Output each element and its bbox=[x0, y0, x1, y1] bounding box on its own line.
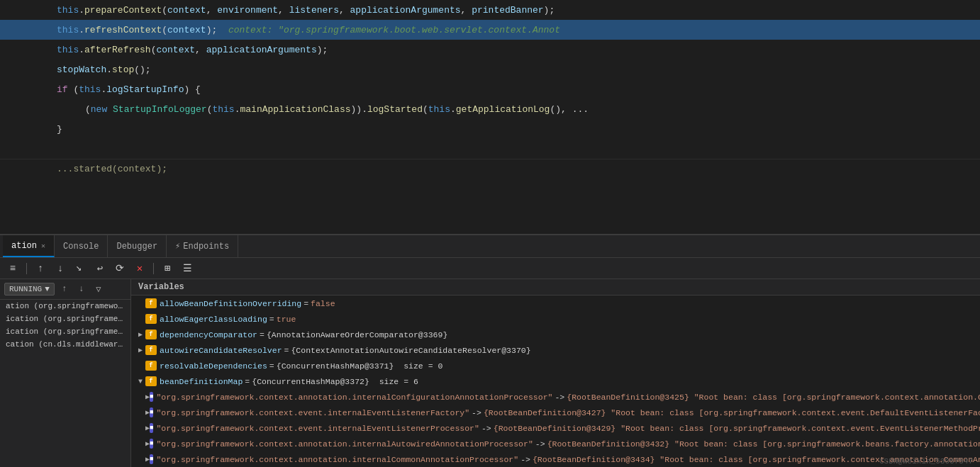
expand-arrow-4 bbox=[135, 362, 145, 370]
code-content-1: this.prepareContext(context, environment… bbox=[43, 5, 980, 16]
var-name-6: "org.springframework.context.annotation.… bbox=[156, 393, 552, 402]
code-line-3: this.afterRefresh(context, applicationAr… bbox=[0, 40, 980, 60]
tab-endpoints-label: ⚡ bbox=[175, 241, 180, 252]
step-out-btn[interactable]: ↗ bbox=[72, 260, 88, 277]
tab-ation-close[interactable]: ✕ bbox=[41, 242, 45, 250]
code-content-9: ...started(context); bbox=[43, 164, 980, 174]
var-name-9: "org.springframework.context.annotation.… bbox=[156, 439, 533, 449]
code-content-6: (new StartupInfoLogger(this.mainApplicat… bbox=[43, 104, 980, 115]
var-row-2[interactable]: ▶ f dependencyComparator = {AnnotationAw… bbox=[131, 327, 980, 342]
debugger-body: RUNNING ▼ ↑ ↓ ▽ ation (org.springframewo… bbox=[0, 279, 980, 467]
var-name-10: "org.springframework.context.annotation.… bbox=[156, 455, 518, 464]
field-icon-4: f bbox=[145, 361, 157, 371]
var-eq-5: = bbox=[245, 377, 250, 386]
entry-icon-6: ■ bbox=[150, 392, 153, 402]
var-row-1[interactable]: f allowEagerClassLoading = true bbox=[131, 311, 980, 327]
var-row-4[interactable]: f resolvableDependencies = {ConcurrentHa… bbox=[131, 358, 980, 373]
var-row-8[interactable]: ▶ ■ "org.springframework.context.event.i… bbox=[131, 420, 980, 436]
var-name-5: beanDefinitionMap bbox=[160, 377, 243, 386]
field-icon-5: f bbox=[145, 376, 157, 386]
code-line-7: } bbox=[0, 119, 980, 139]
var-row-0[interactable]: f allowBeanDefinitionOverriding = false bbox=[131, 296, 980, 311]
var-eq-3: = bbox=[284, 346, 289, 355]
var-row-3[interactable]: ▶ f autowireCandidateResolver = {Context… bbox=[131, 342, 980, 358]
entry-icon-7: ■ bbox=[150, 407, 153, 417]
var-row-9[interactable]: ▶ ■ "org.springframework.context.annotat… bbox=[131, 436, 980, 451]
code-line-1: this.prepareContext(context, environment… bbox=[0, 0, 980, 20]
thread-up-btn[interactable]: ↑ bbox=[57, 282, 72, 296]
var-name-7: "org.springframework.context.event.inter… bbox=[156, 408, 469, 417]
var-name-4: resolvableDependencies bbox=[160, 361, 267, 371]
thread-item-3[interactable]: cation (cn.dls.middleware.whit bbox=[0, 338, 130, 351]
frames-btn[interactable]: ≡ bbox=[4, 261, 21, 276]
variables-header: Variables bbox=[131, 279, 980, 296]
thread-down-btn[interactable]: ↓ bbox=[74, 282, 89, 296]
var-eq-10: -> bbox=[520, 455, 530, 464]
code-line-9: ...started(context); bbox=[0, 159, 980, 179]
field-icon-3: f bbox=[145, 345, 157, 355]
code-line-8 bbox=[0, 139, 980, 159]
var-val-6: {RootBeanDefinition@3425} "Root bean: cl… bbox=[567, 393, 980, 402]
dropdown-arrow: ▼ bbox=[45, 285, 50, 293]
thread-item-1[interactable]: ication (org.springframework.b bbox=[0, 313, 130, 325]
thread-filter-btn[interactable]: ▽ bbox=[91, 282, 106, 296]
toolbar-sep-1 bbox=[26, 263, 27, 274]
entry-icon-9: ■ bbox=[150, 439, 153, 449]
stop-btn[interactable]: ✕ bbox=[131, 261, 148, 276]
var-val-1: true bbox=[277, 315, 296, 324]
var-row-5[interactable]: ▼ f beanDefinitionMap = {ConcurrentHashM… bbox=[131, 373, 980, 389]
step-down-btn[interactable]: ↓ bbox=[52, 261, 69, 276]
field-icon-1: f bbox=[145, 314, 157, 324]
var-row-7[interactable]: ▶ ■ "org.springframework.context.event.i… bbox=[131, 405, 980, 420]
code-line-2: this.refreshContext(context); context: "… bbox=[0, 20, 980, 40]
var-eq-2: = bbox=[260, 330, 265, 339]
var-val-5: {ConcurrentHashMap@3372} size = 6 bbox=[252, 377, 418, 386]
var-val-7: {RootBeanDefinition@3427} "Root bean: cl… bbox=[484, 408, 980, 417]
code-editor: this.prepareContext(context, environment… bbox=[0, 0, 980, 234]
var-val-10: {RootBeanDefinition@3434} "Root bean: cl… bbox=[533, 455, 980, 464]
expand-arrow-2: ▶ bbox=[135, 330, 145, 339]
var-eq-9: -> bbox=[535, 439, 545, 449]
variables-tree: f allowBeanDefinitionOverriding = false … bbox=[131, 296, 980, 466]
var-eq-6: -> bbox=[555, 393, 564, 402]
code-content-2: this.refreshContext(context); context: "… bbox=[43, 25, 980, 35]
reset-btn[interactable]: ⟳ bbox=[111, 261, 128, 276]
step-up-btn[interactable]: ↑ bbox=[32, 261, 49, 276]
var-val-4: {ConcurrentHashMap@3371} size = 0 bbox=[277, 361, 443, 371]
var-eq-1: = bbox=[269, 315, 274, 324]
tab-debugger-label: Debugger bbox=[116, 242, 157, 252]
thread-header: RUNNING ▼ ↑ ↓ ▽ bbox=[0, 279, 130, 300]
var-name-8: "org.springframework.context.event.inter… bbox=[156, 424, 479, 433]
code-line-6: (new StartupInfoLogger(this.mainApplicat… bbox=[0, 99, 980, 119]
thread-item-0[interactable]: ation (org.springframework.bo bbox=[0, 300, 130, 313]
var-name-2: dependencyComparator bbox=[160, 330, 257, 339]
tab-endpoints[interactable]: ⚡ Endpoints bbox=[167, 235, 238, 257]
var-name-0: allowBeanDefinitionOverriding bbox=[160, 299, 301, 308]
step-into-btn[interactable]: ↩ bbox=[91, 261, 108, 276]
grid-view-btn[interactable]: ⊞ bbox=[159, 261, 176, 276]
code-content-3: this.afterRefresh(context, applicationAr… bbox=[43, 45, 980, 55]
tab-bar: ation ✕ Console Debugger ⚡ Endpoints bbox=[0, 235, 980, 258]
field-icon-0: f bbox=[145, 298, 157, 308]
var-val-9: {RootBeanDefinition@3432} "Root bean: cl… bbox=[547, 439, 980, 449]
thread-list: RUNNING ▼ ↑ ↓ ▽ ation (org.springframewo… bbox=[0, 279, 131, 467]
variables-panel: Variables f allowBeanDefinitionOverridin… bbox=[131, 279, 980, 467]
var-row-10[interactable]: ▶ ■ "org.springframework.context.annotat… bbox=[131, 451, 980, 466]
running-dropdown[interactable]: RUNNING ▼ bbox=[4, 283, 55, 296]
var-eq-4: = bbox=[269, 361, 274, 371]
var-eq-7: -> bbox=[472, 408, 481, 417]
thread-item-2[interactable]: ication (org.springframework. bbox=[0, 325, 130, 338]
var-val-0: false bbox=[311, 299, 335, 308]
bottom-panel: ation ✕ Console Debugger ⚡ Endpoints ≡ ↑… bbox=[0, 234, 980, 467]
tab-console-label: Console bbox=[63, 242, 99, 252]
code-line-4: stopWatch.stop(); bbox=[0, 60, 980, 79]
tab-console[interactable]: Console bbox=[55, 235, 108, 257]
tab-ation[interactable]: ation ✕ bbox=[3, 235, 55, 257]
var-name-1: allowEagerClassLoading bbox=[160, 315, 267, 324]
expand-arrow-3: ▶ bbox=[135, 346, 145, 354]
list-view-btn[interactable]: ☰ bbox=[179, 261, 196, 276]
var-row-6[interactable]: ▶ ■ "org.springframework.context.annotat… bbox=[131, 389, 980, 405]
tab-debugger[interactable]: Debugger bbox=[108, 235, 167, 257]
code-content-7: } bbox=[43, 124, 980, 135]
var-val-3: {ContextAnnotationAutowireCandidateResol… bbox=[291, 346, 530, 355]
